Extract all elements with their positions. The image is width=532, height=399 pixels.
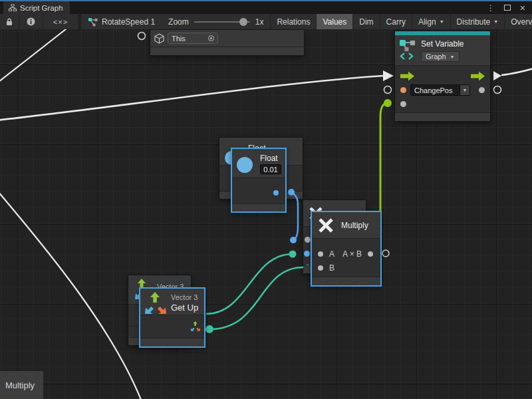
zoom-label: Zoom xyxy=(168,17,189,27)
info-button[interactable] xyxy=(19,14,43,29)
control-input-arrow[interactable] xyxy=(400,71,415,81)
set-variable-icon xyxy=(399,39,416,61)
window-close-icon[interactable]: × xyxy=(520,3,525,13)
window-controls: ⋮ × xyxy=(487,1,532,14)
float-value-field[interactable]: 0.01 xyxy=(260,164,281,174)
this-object-field[interactable]: This xyxy=(168,33,218,44)
float-output-port[interactable] xyxy=(273,190,279,196)
carry-button[interactable]: Carry xyxy=(380,14,412,29)
ghost-port-blue[interactable] xyxy=(304,251,310,257)
cube-icon xyxy=(154,33,164,44)
object-picker-icon[interactable] xyxy=(208,35,214,41)
variable-name-port[interactable] xyxy=(400,87,406,93)
caret-down-icon: ▼ xyxy=(493,19,498,24)
multiply-partial-node[interactable]: Multiply xyxy=(0,371,43,399)
zoom-value: 1x xyxy=(255,17,264,27)
values-button[interactable]: Values xyxy=(317,14,353,29)
toolbar-main-group: RotateSpeed 1 Zoom 1x Relations Values D… xyxy=(81,14,532,29)
variable-scope-dropdown[interactable]: Graph ▼ xyxy=(421,51,460,62)
overview-button[interactable]: Overview xyxy=(505,14,532,29)
variable-name-caret[interactable]: ▼ xyxy=(460,84,470,96)
window-maximize-icon[interactable] xyxy=(504,5,511,11)
lock-icon xyxy=(5,17,13,26)
info-icon xyxy=(27,17,35,26)
script-graph-icon xyxy=(88,17,98,27)
ghost-port-a[interactable] xyxy=(305,237,311,243)
caret-down-icon: ▼ xyxy=(463,88,467,92)
tab-bar: Script Graph ⋮ × xyxy=(0,1,532,14)
dim-button[interactable]: Dim xyxy=(353,14,380,29)
control-output-arrow[interactable] xyxy=(471,71,485,81)
multiply-output-port[interactable] xyxy=(368,251,373,257)
zoom-slider-handle[interactable] xyxy=(239,18,247,26)
multiply-icon xyxy=(317,217,334,234)
tab-title: Script Graph xyxy=(20,4,63,12)
get-up-node[interactable]: Vector 3 Get Up xyxy=(140,288,205,347)
graph-toolbar: <×> RotateSpeed 1 Zoom 1x Relatio xyxy=(0,14,532,29)
float-icon xyxy=(237,157,253,173)
vector3-mini-icon xyxy=(190,321,201,332)
code-view-button[interactable]: <×> xyxy=(43,14,78,29)
float-node[interactable]: Float 0.01 xyxy=(231,148,286,212)
caret-down-icon: ▼ xyxy=(440,19,444,24)
multiply-node[interactable]: Multiply A A × B B xyxy=(311,211,381,286)
align-dropdown[interactable]: Align ▼ xyxy=(412,14,451,29)
lock-button[interactable] xyxy=(0,14,19,29)
script-graph-window: Script Graph ⋮ × xyxy=(0,0,532,399)
vector3-icon xyxy=(142,291,169,316)
input-value-port[interactable] xyxy=(400,101,406,107)
this-node[interactable]: This xyxy=(150,29,305,56)
multiply-input-b-port[interactable] xyxy=(318,265,323,271)
set-variable-node[interactable]: Set Variable Graph ▼ ChangePos ▼ xyxy=(394,31,491,122)
zoom-control: Zoom 1x xyxy=(162,14,271,29)
zoom-slider[interactable] xyxy=(194,21,250,23)
tab-script-graph[interactable]: Script Graph xyxy=(3,1,70,14)
code-view-icon: <×> xyxy=(53,18,68,26)
relations-button[interactable]: Relations xyxy=(271,14,317,29)
window-menu-icon[interactable]: ⋮ xyxy=(487,4,495,12)
graph-hierarchy-icon xyxy=(9,4,17,11)
distribute-dropdown[interactable]: Distribute ▼ xyxy=(451,14,505,29)
output-value-port[interactable] xyxy=(479,87,485,93)
variable-name-field[interactable]: ChangePos xyxy=(410,84,460,96)
multiply-input-a-port[interactable] xyxy=(318,251,323,257)
caret-down-icon: ▼ xyxy=(450,55,455,59)
graph-breadcrumb[interactable]: RotateSpeed 1 xyxy=(81,14,162,29)
graph-name: RotateSpeed 1 xyxy=(102,17,155,27)
toolbar-left-group: <×> xyxy=(0,14,78,29)
